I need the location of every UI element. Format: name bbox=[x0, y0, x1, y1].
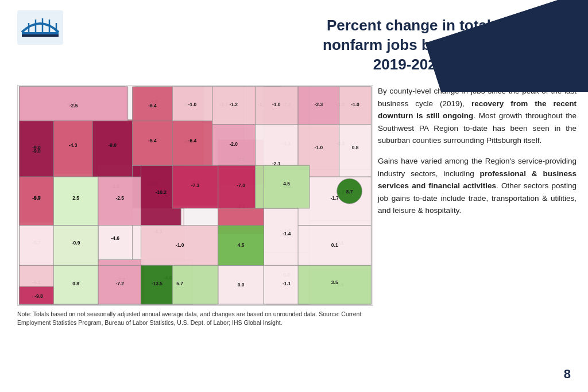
paragraph-2: Gains have varied among the Region's ser… bbox=[378, 155, 577, 217]
svg-text:-7.2: -7.2 bbox=[115, 281, 124, 286]
svg-text:-7.3: -7.3 bbox=[191, 183, 200, 188]
svg-marker-180 bbox=[98, 177, 141, 226]
svg-text:2.5: 2.5 bbox=[72, 195, 79, 201]
svg-text:-1.0: -1.0 bbox=[351, 102, 359, 107]
svg-text:5.7: 5.7 bbox=[176, 281, 183, 286]
svg-text:0.1: 0.1 bbox=[331, 242, 338, 248]
svg-text:-4.3: -4.3 bbox=[69, 142, 78, 148]
svg-text:0.8: 0.8 bbox=[72, 281, 79, 286]
svg-text:8.7: 8.7 bbox=[346, 189, 353, 195]
page-number: 8 bbox=[564, 367, 571, 382]
svg-text:0.8: 0.8 bbox=[352, 145, 359, 150]
svg-text:-9.0: -9.0 bbox=[32, 195, 41, 201]
svg-text:-10.2: -10.2 bbox=[156, 189, 167, 195]
svg-text:-9.0: -9.0 bbox=[108, 142, 117, 148]
svg-text:-1.0: -1.0 bbox=[315, 145, 323, 150]
svg-text:-9.0: -9.0 bbox=[32, 148, 41, 154]
svg-text:-1.2: -1.2 bbox=[229, 102, 238, 107]
svg-text:3.5: 3.5 bbox=[331, 280, 338, 285]
svg-text:-13.5: -13.5 bbox=[152, 281, 163, 286]
paragraph-1: By county-level change in jobs since the… bbox=[378, 85, 577, 147]
text-panel: By county-level change in jobs since the… bbox=[378, 85, 577, 375]
svg-text:-2.5: -2.5 bbox=[115, 195, 124, 201]
svg-text:-7.0: -7.0 bbox=[237, 183, 245, 188]
svg-marker-170 bbox=[53, 177, 98, 226]
svg-text:-1.0: -1.0 bbox=[188, 102, 197, 107]
page-title: Percent change in total nonfarm jobs by … bbox=[247, 16, 571, 74]
svg-text:-5.4: -5.4 bbox=[148, 138, 157, 143]
logo-area bbox=[17, 10, 69, 51]
title-area: Percent change in total nonfarm jobs by … bbox=[247, 16, 571, 74]
svg-text:-1.0: -1.0 bbox=[176, 242, 184, 248]
svg-text:-6.4: -6.4 bbox=[188, 138, 197, 143]
svg-marker-238 bbox=[264, 165, 310, 208]
svg-text:-1.0: -1.0 bbox=[272, 102, 281, 107]
svg-text:-0.9: -0.9 bbox=[72, 240, 80, 246]
svg-text:4.5: 4.5 bbox=[283, 181, 290, 187]
svg-text:-9.8: -9.8 bbox=[34, 293, 43, 299]
svg-marker-162 bbox=[92, 121, 133, 177]
svg-text:-4.6: -4.6 bbox=[111, 235, 119, 241]
svg-text:-2.5: -2.5 bbox=[69, 103, 78, 108]
svg-text:-2.0: -2.0 bbox=[229, 141, 238, 147]
svg-marker-164 bbox=[53, 121, 92, 177]
svg-text:-1.4: -1.4 bbox=[283, 231, 291, 236]
svg-text:-6.4: -6.4 bbox=[148, 103, 157, 108]
svg-text:-1.1: -1.1 bbox=[283, 281, 291, 286]
svg-rect-7 bbox=[22, 34, 59, 37]
svg-text:-2.3: -2.3 bbox=[315, 102, 323, 107]
svg-text:0.0: 0.0 bbox=[238, 282, 245, 288]
map-svg: -2.5 -9.0 -4.3 -9.0 -5.4 -6.4 -1.0 -1.2 … bbox=[18, 86, 373, 305]
svg-marker-168 bbox=[20, 177, 54, 226]
county-map: -2.5 -9.0 -4.3 -9.0 -5.4 -6.4 -1.0 -1.2 … bbox=[17, 85, 373, 306]
svg-text:4.5: 4.5 bbox=[238, 242, 245, 248]
map-note: Note: Totals based on not seasonally adj… bbox=[17, 310, 373, 327]
logo-icon bbox=[17, 10, 63, 45]
